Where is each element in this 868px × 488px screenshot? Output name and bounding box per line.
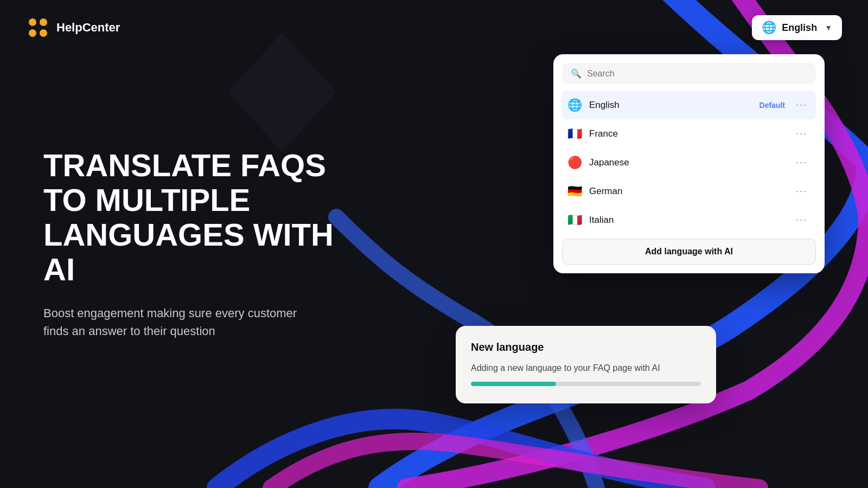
france-flag: 🇫🇷 <box>566 127 583 141</box>
english-label: English <box>589 100 760 111</box>
progress-bar-track <box>471 382 701 386</box>
japanese-flag: 🔴 <box>566 156 583 170</box>
german-more-button[interactable]: ··· <box>792 183 812 199</box>
italian-more-button[interactable]: ··· <box>792 212 812 228</box>
globe-icon: 🌐 <box>762 21 776 35</box>
logo-name: HelpCenter <box>56 21 120 35</box>
list-item[interactable]: 🇫🇷 France ··· <box>562 119 816 148</box>
english-flag: 🌐 <box>566 98 583 112</box>
search-input[interactable] <box>587 69 807 79</box>
logo-icon <box>26 16 50 40</box>
header: HelpCenter 🌐 English ▼ <box>0 0 868 55</box>
language-list: 🌐 English Default ··· 🇫🇷 France ··· 🔴 Ja… <box>562 91 816 234</box>
headline: Translate FAQs to multiple languages wit… <box>43 148 336 286</box>
default-badge: Default <box>760 101 785 110</box>
list-item[interactable]: 🌐 English Default ··· <box>562 91 816 119</box>
language-dropdown-card: 🔍 🌐 English Default ··· 🇫🇷 France ··· 🔴 … <box>553 54 825 273</box>
progress-title: New language <box>471 341 701 354</box>
japanese-more-button[interactable]: ··· <box>792 155 812 170</box>
italian-flag: 🇮🇹 <box>566 213 583 227</box>
svg-point-1 <box>40 18 47 26</box>
progress-bar-fill <box>471 382 556 386</box>
list-item[interactable]: 🇩🇪 German ··· <box>562 177 816 206</box>
right-section: 🔍 🌐 English Default ··· 🇫🇷 France ··· 🔴 … <box>553 54 825 273</box>
svg-point-3 <box>40 29 47 37</box>
italian-label: Italian <box>589 215 792 226</box>
svg-point-0 <box>29 18 36 26</box>
list-item[interactable]: 🇮🇹 Italian ··· <box>562 206 816 234</box>
list-item[interactable]: 🔴 Japanese ··· <box>562 148 816 177</box>
left-section: Translate FAQs to multiple languages wit… <box>0 148 336 339</box>
progress-card: New language Adding a new language to yo… <box>456 326 716 403</box>
chevron-down-icon: ▼ <box>825 23 832 32</box>
svg-point-2 <box>29 29 36 37</box>
add-language-button[interactable]: Add language with AI <box>562 239 816 265</box>
france-label: France <box>589 129 792 139</box>
german-flag: 🇩🇪 <box>566 184 583 198</box>
language-selector-button[interactable]: 🌐 English ▼ <box>752 15 842 40</box>
subheadline: Boost engagement making sure every custo… <box>43 304 304 340</box>
japanese-label: Japanese <box>589 157 792 168</box>
progress-description: Adding a new language to your FAQ page w… <box>471 363 701 373</box>
france-more-button[interactable]: ··· <box>792 126 812 142</box>
english-more-button[interactable]: ··· <box>792 97 812 113</box>
search-icon: 🔍 <box>571 68 582 79</box>
logo: HelpCenter <box>26 16 120 40</box>
search-box[interactable]: 🔍 <box>562 63 816 84</box>
selected-language-label: English <box>782 22 817 34</box>
german-label: German <box>589 186 792 197</box>
